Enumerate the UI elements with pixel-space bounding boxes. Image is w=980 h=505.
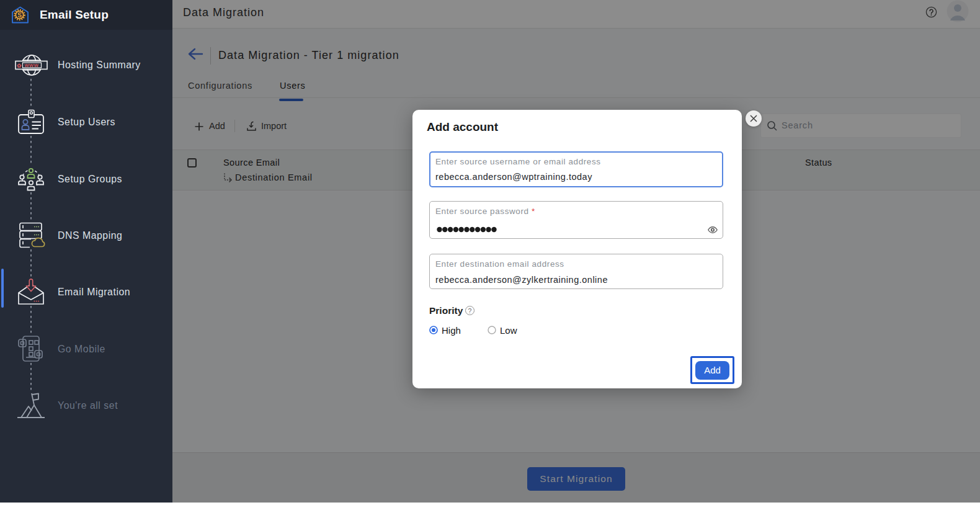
- svg-text:S: S: [17, 12, 22, 19]
- svg-text:✿: ✿: [17, 63, 22, 69]
- svg-text:www: www: [24, 62, 39, 68]
